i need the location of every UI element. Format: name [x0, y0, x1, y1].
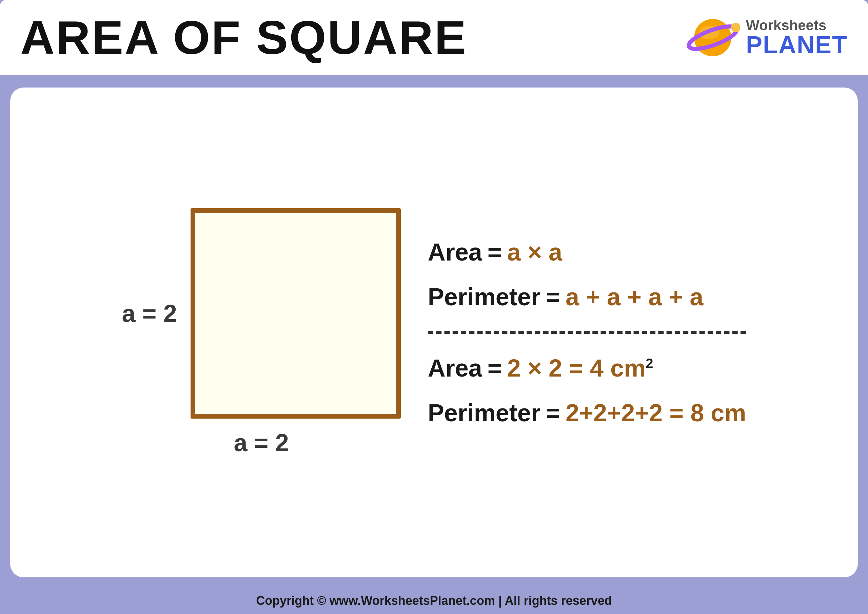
diagram-area: a = 2 a = 2: [122, 208, 401, 457]
dashed-divider: [428, 331, 746, 334]
area-formula-label: Area: [428, 238, 482, 266]
perimeter-formula-value: a + a + a + a: [566, 283, 703, 311]
area-calc-line: Area = 2 × 2 = 4 cm2: [428, 354, 746, 382]
footer: Copyright © www.WorksheetsPlanet.com | A…: [0, 588, 868, 614]
area-calc-value: 2 × 2 = 4 cm2: [507, 354, 653, 382]
area-calc-eq: =: [488, 354, 502, 382]
main-content: a = 2 a = 2 Area = a × a Perimeter = a +…: [10, 87, 858, 577]
perimeter-formula-eq: =: [546, 283, 560, 311]
planet-logo-icon: [685, 11, 740, 65]
page-title: AREA OF SQUARE: [20, 10, 468, 65]
logo-text: Worksheets PLANET: [746, 18, 848, 57]
perimeter-formula-label: Perimeter: [428, 283, 541, 311]
formula-area: Area = a × a Perimeter = a + a + a + a A…: [428, 238, 746, 427]
area-formula-eq: =: [488, 238, 502, 266]
logo-planet-label: PLANET: [746, 33, 848, 57]
perimeter-formula-line: Perimeter = a + a + a + a: [428, 283, 746, 311]
area-calc-label: Area: [428, 354, 482, 382]
svg-point-3: [731, 23, 740, 32]
side-label-bottom: a = 2: [234, 429, 289, 457]
area-formula-line: Area = a × a: [428, 238, 746, 266]
logo-area: Worksheets PLANET: [685, 11, 848, 65]
perimeter-calc-value: 2+2+2+2 = 8 cm: [566, 399, 746, 427]
square-wrapper: a = 2: [122, 208, 401, 419]
copyright-text: Copyright © www.WorksheetsPlanet.com | A…: [256, 594, 612, 608]
side-label-left: a = 2: [122, 300, 177, 327]
logo-worksheets-label: Worksheets: [746, 18, 848, 33]
area-formula-value: a × a: [507, 238, 562, 266]
square-shape: [191, 208, 401, 419]
perimeter-calc-label: Perimeter: [428, 399, 541, 427]
header: AREA OF SQUARE Worksheets PLANET: [0, 0, 868, 77]
perimeter-calc-eq: =: [546, 399, 560, 427]
perimeter-calc-line: Perimeter = 2+2+2+2 = 8 cm: [428, 399, 746, 427]
